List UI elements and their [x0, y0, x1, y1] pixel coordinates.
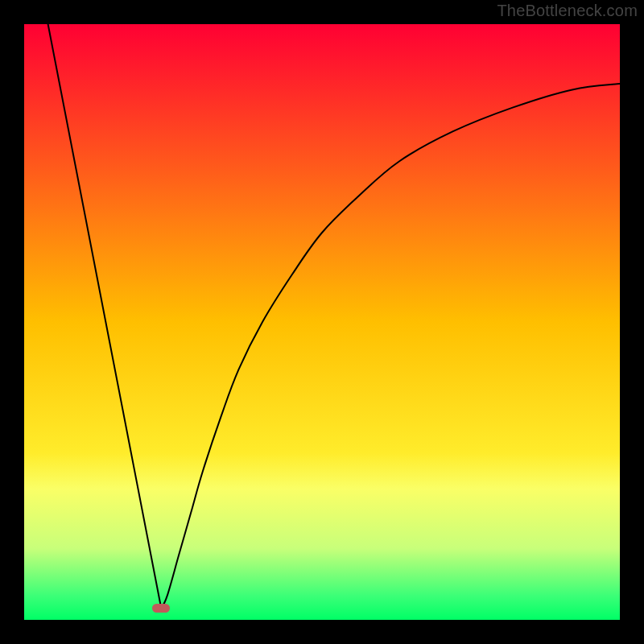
minimum-marker: [152, 604, 170, 613]
watermark-text: TheBottleneck.com: [497, 2, 638, 20]
chart-svg: [24, 24, 620, 620]
plot-area: [24, 24, 620, 620]
gradient-background: [24, 24, 620, 620]
chart-container: TheBottleneck.com: [0, 0, 644, 644]
